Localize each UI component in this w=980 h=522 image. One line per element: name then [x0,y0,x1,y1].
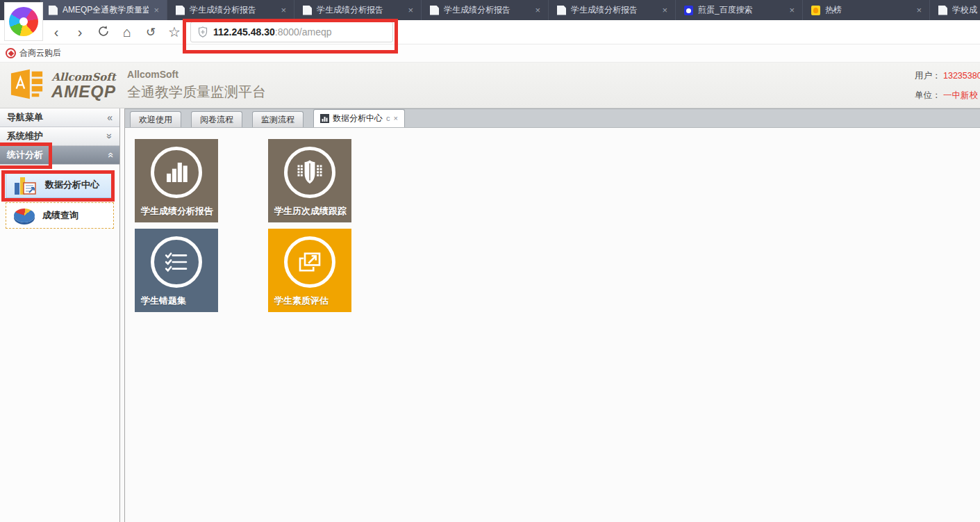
bookmark-site-icon [6,48,16,58]
pie-chart-icon [14,209,35,222]
page-icon [303,6,312,15]
unit-label: 单位： [915,90,941,100]
bar-chart-icon [14,174,38,195]
tab-close-icon[interactable]: × [406,5,415,15]
tab-marking-process[interactable]: 阅卷流程 [191,111,242,127]
company-name: AllcomSoft [127,69,266,80]
tab-label: 数据分析中心 [333,110,383,127]
back-button[interactable]: ‹ [44,25,68,39]
shield-grid-icon [284,147,335,198]
tab-label: 欢迎使用 [139,115,172,124]
bookmark-bar: 合商云购后 [0,44,980,63]
sidebar-item-label: 数据分析中心 [45,179,99,191]
tile-student-score-tracking[interactable]: 学生历次成绩跟踪 [268,139,351,222]
sidebar-item-score-query[interactable]: 成绩查询 [6,202,114,229]
bar-chart-icon [151,147,202,198]
tab-close-icon[interactable]: × [533,5,542,15]
user-value: 13235380 [943,71,980,81]
browser-tab-title: 学生成绩分析报告 [571,4,657,16]
browser-tab-school[interactable]: 学校成 [930,0,980,20]
undo-button[interactable]: ↺ [139,26,163,38]
launcher-tile-grid: 学生成绩分析报告 [125,128,980,312]
sidebar-item-label: 成绩查询 [42,209,78,222]
ameqp-logo-icon [10,68,44,103]
sidebar-items: 数据分析中心 成绩查询 [0,165,119,229]
browser-tabs: AMEQP全通教学质量监 × 学生成绩分析报告 × 学生成绩分析报告 × 学生成… [40,0,980,20]
page-icon [938,6,947,15]
hot-list-icon [811,6,820,15]
nav-sidebar: 导航菜单 « 系统维护 » 统计分析 » 数据分析中心 [0,108,120,522]
tab-close-icon[interactable]: × [914,5,924,15]
mini-bar-chart-icon [320,114,329,123]
forward-button[interactable]: › [68,25,92,39]
tab-close-icon[interactable]: × [660,5,670,15]
page-icon [49,6,58,15]
browser-logo[interactable] [4,2,43,41]
unit-value: 一中新校 [943,90,978,100]
tab-welcome[interactable]: 欢迎使用 [130,111,181,127]
security-shield-icon [198,26,208,38]
tile-student-wrong-question-set[interactable]: 学生错题集 [135,229,218,312]
tile-label: 学生成绩分析报告 [141,205,213,218]
tile-label: 学生素质评估 [274,295,329,307]
tab-close-icon[interactable]: × [394,110,398,127]
browser-toolbar: ‹ › ⌂ ↺ ☆ 112.245.48.30:8000/ameqp [0,20,980,44]
tab-close-icon[interactable]: × [787,5,797,15]
browser-tab-hot[interactable]: 热榜 × [803,0,930,20]
sidebar-collapse-icon[interactable]: « [107,108,113,127]
tile-student-score-report[interactable]: 学生成绩分析报告 [135,139,218,222]
tab-data-analysis-center[interactable]: 数据分析中心 c × [313,109,405,127]
main-area: 欢迎使用 阅卷流程 监测流程 数据分析中心 c × [125,108,980,522]
refresh-button[interactable] [92,25,115,40]
browser-tab-title: 学校成 [952,4,980,16]
page-icon [176,6,185,15]
browser-tab-title: 热榜 [825,4,911,16]
chevron-up-icon: » [101,152,119,158]
browser-tab-bar: AMEQP全通教学质量监 × 学生成绩分析报告 × 学生成绩分析报告 × 学生成… [0,0,980,20]
brand-wordmark: AllcomSoft AMEQP [51,71,116,100]
bookmark-link[interactable]: 合商云购后 [19,47,61,59]
brand-script-text: AllcomSoft [51,71,116,83]
url-path: :8000/ameqp [275,26,332,38]
browser-tab-ameqp[interactable]: AMEQP全通教学质量监 × [40,0,167,20]
browser-tab-report-3[interactable]: 学生成绩分析报告 × [422,0,549,20]
tab-refresh-icon[interactable]: c [386,110,390,127]
group-label: 系统维护 [7,127,43,145]
tile-student-quality-assessment[interactable]: 学生素质评估 [268,229,351,312]
browser-tab-report-2[interactable]: 学生成绩分析报告 × [294,0,422,20]
chevron-down-icon: » [101,133,119,139]
address-bar[interactable]: 112.245.48.30:8000/ameqp [190,22,393,42]
checklist-icon [151,236,202,288]
tab-close-icon[interactable]: × [279,5,288,15]
unit-row: 单位： 一中新校 [915,90,980,101]
home-button[interactable]: ⌂ [115,25,139,39]
sidebar-group-system[interactable]: 系统维护 » [0,127,119,146]
sidebar-splitter[interactable] [120,108,125,522]
workspace-tab-bar: 欢迎使用 阅卷流程 监测流程 数据分析中心 c × [125,108,980,128]
user-row: 用户： 13235380 [915,70,980,82]
platform-title-block: AllcomSoft 全通教学质量监测平台 [127,69,266,101]
browser-tab-report-4[interactable]: 学生成绩分析报告 × [549,0,676,20]
url-host: 112.245.48.30 [213,26,275,38]
refresh-icon [97,25,110,38]
baidu-icon [684,6,693,15]
url-text: 112.245.48.30:8000/ameqp [213,26,332,38]
tab-label: 阅卷流程 [200,115,233,124]
browser-pinwheel-icon [9,7,38,36]
sidebar-title: 导航菜单 [7,108,43,127]
browser-tab-baidu[interactable]: 煎蛋_百度搜索 × [676,0,803,20]
browser-tab-title: 煎蛋_百度搜索 [698,4,784,16]
browser-tab-title: 学生成绩分析报告 [190,4,276,16]
bookmark-star-button[interactable]: ☆ [163,25,186,39]
page-icon [557,6,566,15]
sidebar-group-statistics[interactable]: 统计分析 » [0,146,119,165]
tab-monitor-process[interactable]: 监测流程 [252,111,304,127]
user-label: 用户： [915,71,941,81]
external-link-icon [284,236,335,288]
browser-tab-report-1[interactable]: 学生成绩分析报告 × [167,0,294,20]
sidebar-item-data-analysis-center[interactable]: 数据分析中心 [6,172,114,198]
app-header: AllcomSoft AMEQP AllcomSoft 全通教学质量监测平台 用… [0,63,980,108]
browser-tab-title: 学生成绩分析报告 [317,4,403,16]
tab-close-icon[interactable]: × [151,5,161,15]
tile-label: 学生错题集 [141,295,186,307]
